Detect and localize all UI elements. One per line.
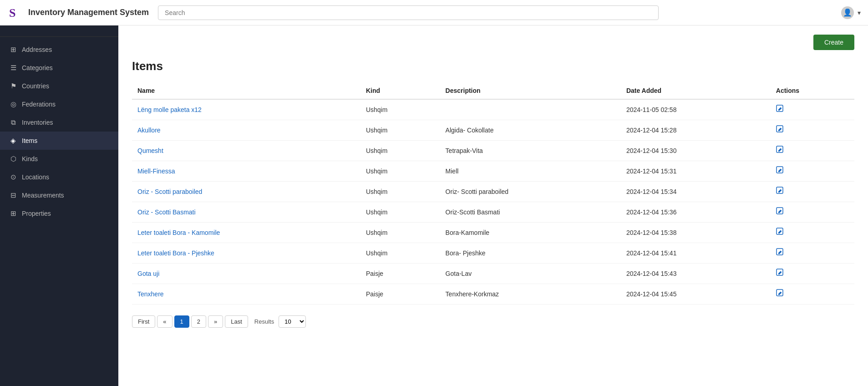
cell-kind: Ushqim bbox=[360, 243, 440, 264]
cell-description: Algida- Cokollate bbox=[440, 120, 621, 141]
cell-date: 2024-12-04 15:38 bbox=[621, 223, 771, 243]
edit-icon[interactable] bbox=[776, 127, 784, 135]
sidebar-label-items: Items bbox=[22, 137, 37, 144]
sidebar-label-addresses: Addresses bbox=[22, 46, 52, 53]
pagination-prev[interactable]: « bbox=[157, 315, 172, 328]
federations-icon: ◎ bbox=[9, 100, 17, 108]
cell-actions bbox=[771, 120, 854, 141]
sidebar-label-categories: Categories bbox=[22, 64, 53, 71]
pagination-page-2[interactable]: 2 bbox=[191, 315, 206, 328]
cell-description: Oriz- Scotti paraboiled bbox=[440, 182, 621, 202]
cell-name: Tenxhere bbox=[132, 284, 360, 305]
item-name-link[interactable]: Lëng molle paketa x12 bbox=[137, 106, 202, 113]
cell-kind: Ushqim bbox=[360, 202, 440, 223]
cell-actions bbox=[771, 264, 854, 284]
cell-description: Tetrapak-Vita bbox=[440, 141, 621, 161]
item-name-link[interactable]: Leter toaleti Bora - Pjeshke bbox=[137, 249, 214, 257]
edit-icon[interactable] bbox=[776, 291, 784, 299]
sidebar-item-measurements[interactable]: ⊟ Measurements bbox=[0, 186, 118, 204]
user-menu[interactable]: 👤 ▾ bbox=[841, 6, 861, 19]
app-title: Inventory Management System bbox=[28, 8, 149, 17]
kinds-icon: ⬡ bbox=[9, 155, 17, 163]
cell-actions bbox=[771, 284, 854, 305]
edit-icon[interactable] bbox=[776, 229, 784, 237]
results-per-page-select[interactable]: 10 25 50 100 bbox=[279, 315, 306, 328]
cell-kind: Ushqim bbox=[360, 141, 440, 161]
results-label: Results bbox=[254, 318, 274, 325]
table-row: Oriz - Scotti paraboiledUshqimOriz- Scot… bbox=[132, 182, 854, 202]
cell-description: Miell bbox=[440, 161, 621, 182]
items-icon: ◈ bbox=[9, 137, 17, 145]
sidebar-label-measurements: Measurements bbox=[22, 192, 64, 199]
item-name-link[interactable]: Qumesht bbox=[137, 147, 163, 154]
categories-icon: ☰ bbox=[9, 64, 17, 72]
cell-name: Leter toaleti Bora - Pjeshke bbox=[132, 243, 360, 264]
items-table: Name Kind Description Date Added Actions… bbox=[132, 82, 854, 305]
sidebar-item-countries[interactable]: ⚑ Countries bbox=[0, 77, 118, 95]
create-button[interactable]: Create bbox=[813, 35, 854, 50]
cell-date: 2024-11-05 02:58 bbox=[621, 99, 771, 120]
pagination-next[interactable]: » bbox=[208, 315, 223, 328]
cell-description: Bora- Pjeshke bbox=[440, 243, 621, 264]
cell-name: Miell-Finessa bbox=[132, 161, 360, 182]
pagination-last[interactable]: Last bbox=[225, 315, 248, 328]
cell-actions bbox=[771, 161, 854, 182]
item-name-link[interactable]: Tenxhere bbox=[137, 290, 164, 298]
col-name: Name bbox=[132, 82, 360, 99]
search-container bbox=[158, 5, 659, 20]
sidebar-item-properties[interactable]: ⊞ Properties bbox=[0, 204, 118, 223]
item-name-link[interactable]: Leter toaleti Bora - Kamomile bbox=[137, 229, 220, 236]
measurements-icon: ⊟ bbox=[9, 191, 17, 199]
sidebar-item-categories[interactable]: ☰ Categories bbox=[0, 59, 118, 77]
item-name-link[interactable]: Oriz - Scotti paraboiled bbox=[137, 188, 202, 195]
sidebar-item-federations[interactable]: ◎ Federations bbox=[0, 95, 118, 113]
cell-description: Gota-Lav bbox=[440, 264, 621, 284]
sidebar-item-inventories[interactable]: ⧉ Inventories bbox=[0, 113, 118, 132]
table-row: Leter toaleti Bora - KamomileUshqimBora-… bbox=[132, 223, 854, 243]
edit-icon[interactable] bbox=[776, 209, 784, 217]
table-row: Leter toaleti Bora - PjeshkeUshqimBora- … bbox=[132, 243, 854, 264]
pagination-page-1[interactable]: 1 bbox=[174, 315, 189, 328]
cell-name: Qumesht bbox=[132, 141, 360, 161]
cell-actions bbox=[771, 141, 854, 161]
brand-link[interactable]: S Inventory Management System bbox=[7, 5, 149, 21]
edit-icon[interactable] bbox=[776, 147, 784, 155]
sidebar-label-kinds: Kinds bbox=[22, 155, 38, 163]
user-dropdown-arrow: ▾ bbox=[858, 9, 861, 16]
cell-date: 2024-12-04 15:43 bbox=[621, 264, 771, 284]
sidebar-top-divider bbox=[0, 36, 118, 37]
cell-description bbox=[440, 99, 621, 120]
item-name-link[interactable]: Gota uji bbox=[137, 270, 159, 277]
cell-description: Tenxhere-Korkmaz bbox=[440, 284, 621, 305]
table-row: TenxherePaisjeTenxhere-Korkmaz2024-12-04… bbox=[132, 284, 854, 305]
edit-icon[interactable] bbox=[776, 250, 784, 258]
edit-icon[interactable] bbox=[776, 107, 784, 114]
sidebar-item-addresses[interactable]: ⊞ Addresses bbox=[0, 41, 118, 59]
sidebar-label-locations: Locations bbox=[22, 173, 49, 181]
table-body: Lëng molle paketa x12Ushqim2024-11-05 02… bbox=[132, 99, 854, 305]
edit-icon[interactable] bbox=[776, 270, 784, 278]
col-actions: Actions bbox=[771, 82, 854, 99]
countries-icon: ⚑ bbox=[9, 82, 17, 90]
item-name-link[interactable]: Miell-Finessa bbox=[137, 168, 175, 175]
edit-icon[interactable] bbox=[776, 168, 784, 176]
pagination-first[interactable]: First bbox=[132, 315, 155, 328]
item-name-link[interactable]: Oriz - Scotti Basmati bbox=[137, 208, 196, 216]
sidebar-label-federations: Federations bbox=[22, 101, 56, 108]
cell-kind: Ushqim bbox=[360, 161, 440, 182]
item-name-link[interactable]: Akullore bbox=[137, 127, 161, 134]
sidebar-item-kinds[interactable]: ⬡ Kinds bbox=[0, 150, 118, 168]
sidebar-item-items[interactable]: ◈ Items bbox=[0, 132, 118, 150]
cell-name: Gota uji bbox=[132, 264, 360, 284]
svg-text:S: S bbox=[9, 6, 15, 20]
col-date: Date Added bbox=[621, 82, 771, 99]
app-logo: S bbox=[7, 5, 24, 21]
table-row: QumeshtUshqimTetrapak-Vita2024-12-04 15:… bbox=[132, 141, 854, 161]
table-row: Lëng molle paketa x12Ushqim2024-11-05 02… bbox=[132, 99, 854, 120]
cell-kind: Paisje bbox=[360, 284, 440, 305]
sidebar-item-locations[interactable]: ⊙ Locations bbox=[0, 168, 118, 186]
cell-description: Oriz-Scotti Basmati bbox=[440, 202, 621, 223]
cell-name: Akullore bbox=[132, 120, 360, 141]
search-input[interactable] bbox=[158, 5, 659, 20]
edit-icon[interactable] bbox=[776, 188, 784, 196]
